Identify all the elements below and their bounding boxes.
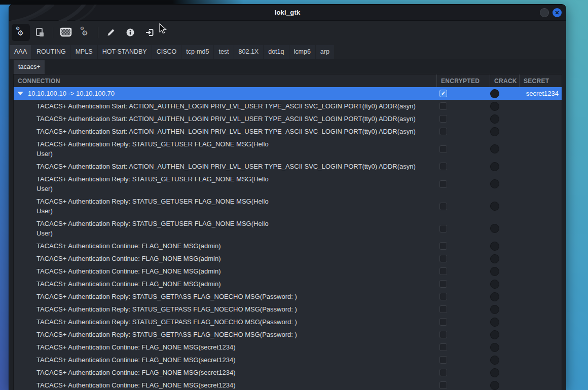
copy-page-button[interactable] (31, 24, 49, 41)
encrypted-checkbox[interactable] (439, 267, 447, 275)
crack-toggle[interactable] (490, 202, 499, 211)
tab-dot1q[interactable]: dot1q (264, 45, 288, 59)
encrypted-checkbox[interactable] (439, 255, 447, 262)
crack-toggle[interactable] (490, 356, 499, 365)
encrypted-checkbox[interactable] (439, 331, 447, 338)
table-row[interactable]: TACACS+ Authentication Continue: FLAG_NO… (14, 252, 562, 265)
table-row[interactable]: TACACS+ Authentication Continue: FLAG_NO… (14, 240, 562, 252)
tab-bar: AAAROUTINGMPLSHOT-STANDBYCISCOtcp-md5tes… (9, 44, 566, 59)
table-row[interactable]: TACACS+ Authentication Reply: STATUS_GET… (14, 138, 562, 160)
settings-gears-button[interactable]: ⚙⚙ (76, 24, 94, 41)
table-row[interactable]: TACACS+ Authentication Reply: STATUS_GET… (14, 290, 562, 303)
tab-routing[interactable]: ROUTING (32, 45, 70, 59)
capture-display-button[interactable] (57, 24, 75, 41)
encrypted-checkbox[interactable] (439, 318, 447, 326)
crack-toggle[interactable] (490, 381, 499, 390)
encrypted-checkbox[interactable] (439, 369, 447, 376)
encrypted-checkbox[interactable] (439, 203, 447, 210)
encrypted-checkbox[interactable] (439, 115, 447, 123)
encrypted-checkbox[interactable] (439, 356, 447, 364)
crack-toggle[interactable] (490, 179, 499, 188)
encrypted-checkbox[interactable] (439, 102, 447, 110)
tacacs-table: CONNECTION ENCRYPTED CRACK SECRET 10.10.… (13, 74, 562, 390)
run-gears-button[interactable]: ⚙⚙ (12, 24, 30, 41)
table-row[interactable]: TACACS+ Authentication Reply: STATUS_GET… (14, 195, 562, 217)
table-row[interactable]: TACACS+ Authentication Continue: FLAG_NO… (14, 354, 562, 366)
crack-toggle[interactable] (490, 305, 499, 314)
tab-802-1x[interactable]: 802.1X (234, 45, 264, 59)
encrypted-checkbox[interactable] (439, 381, 447, 389)
header-encrypted[interactable]: ENCRYPTED (436, 74, 490, 87)
message-text: TACACS+ Authentication Continue: FLAG_NO… (14, 341, 436, 354)
encrypted-checkbox[interactable] (439, 280, 447, 288)
subtab-tacacs-[interactable]: tacacs+ (14, 60, 45, 74)
encrypted-checkbox[interactable] (439, 128, 447, 135)
message-text: TACACS+ Authentication Reply: STATUS_GET… (14, 138, 436, 160)
titlebar[interactable]: loki_gtk ✕ (9, 5, 566, 21)
encrypted-checkbox[interactable] (439, 305, 447, 313)
crack-toggle[interactable] (490, 114, 499, 124)
table-row[interactable]: TACACS+ Authentication Start: ACTION_AUT… (14, 112, 562, 125)
crack-toggle[interactable] (490, 224, 499, 233)
expander-icon[interactable] (17, 92, 23, 95)
capture-display-icon (60, 27, 72, 38)
table-row[interactable]: TACACS+ Authentication Continue: FLAG_NO… (14, 278, 562, 290)
header-crack[interactable]: CRACK (490, 74, 519, 87)
table-row[interactable]: TACACS+ Authentication Start: ACTION_AUT… (14, 160, 562, 173)
crack-toggle[interactable] (490, 254, 499, 263)
connection-row[interactable]: 10.10.100.10 -> 10.10.100.70 ✓ secret123… (14, 87, 562, 100)
edit-button[interactable] (102, 24, 120, 41)
crack-toggle[interactable] (490, 144, 499, 153)
table-row[interactable]: TACACS+ Authentication Reply: STATUS_GET… (14, 303, 562, 316)
edit-pencil-icon (106, 27, 116, 37)
crack-toggle[interactable] (490, 102, 499, 111)
tab-arp[interactable]: arp (316, 45, 334, 59)
crack-toggle[interactable] (490, 318, 499, 327)
header-connection[interactable]: CONNECTION (14, 74, 436, 87)
message-text: TACACS+ Authentication Reply: STATUS_GET… (14, 217, 436, 240)
header-secret[interactable]: SECRET (519, 74, 562, 87)
minimize-button[interactable] (540, 8, 549, 17)
tab-icmp6[interactable]: icmp6 (289, 45, 315, 59)
table-row[interactable]: TACACS+ Authentication Continue: FLAG_NO… (14, 341, 562, 354)
crack-toggle[interactable] (490, 368, 499, 377)
quit-button[interactable] (140, 24, 159, 41)
crack-toggle[interactable] (490, 267, 499, 276)
info-button[interactable] (121, 24, 139, 41)
close-button[interactable]: ✕ (553, 8, 562, 17)
crack-toggle[interactable] (490, 127, 499, 136)
encrypted-checkbox[interactable] (439, 293, 447, 300)
crack-toggle[interactable] (490, 162, 499, 171)
message-text: TACACS+ Authentication Reply: STATUS_GET… (14, 173, 436, 195)
table-row[interactable]: TACACS+ Authentication Reply: STATUS_GET… (14, 316, 562, 328)
encrypted-checkbox[interactable] (439, 163, 447, 170)
encrypted-checkbox[interactable] (439, 180, 447, 188)
tab-aaa[interactable]: AAA (10, 45, 31, 59)
encrypted-checkbox[interactable]: ✓ (439, 90, 447, 97)
table-row[interactable]: TACACS+ Authentication Start: ACTION_AUT… (14, 125, 562, 138)
table-row[interactable]: TACACS+ Authentication Reply: STATUS_GET… (14, 173, 562, 195)
crack-toggle[interactable] (490, 343, 499, 352)
crack-toggle[interactable] (490, 242, 499, 251)
table-header-row: CONNECTION ENCRYPTED CRACK SECRET (14, 74, 562, 87)
tab-hot-standby[interactable]: HOT-STANDBY (98, 45, 152, 59)
encrypted-checkbox[interactable] (439, 242, 447, 250)
encrypted-checkbox[interactable] (439, 225, 447, 232)
encrypted-checkbox[interactable] (439, 145, 447, 153)
crack-toggle[interactable] (490, 280, 499, 289)
table-row[interactable]: TACACS+ Authentication Continue: FLAG_NO… (14, 379, 562, 390)
tab-cisco[interactable]: CISCO (152, 45, 181, 59)
message-text: TACACS+ Authentication Continue: FLAG_NO… (14, 240, 436, 252)
crack-toggle[interactable] (490, 292, 499, 301)
tab-tcp-md5[interactable]: tcp-md5 (181, 45, 213, 59)
table-row[interactable]: TACACS+ Authentication Reply: STATUS_GET… (14, 328, 562, 341)
table-row[interactable]: TACACS+ Authentication Continue: FLAG_NO… (14, 265, 562, 278)
crack-toggle[interactable] (490, 330, 499, 339)
crack-toggle[interactable] (490, 89, 499, 98)
table-row[interactable]: TACACS+ Authentication Start: ACTION_AUT… (14, 100, 562, 112)
tab-mpls[interactable]: MPLS (71, 45, 97, 59)
tab-test[interactable]: test (214, 45, 233, 59)
encrypted-checkbox[interactable] (439, 343, 447, 351)
table-row[interactable]: TACACS+ Authentication Continue: FLAG_NO… (14, 366, 562, 379)
table-row[interactable]: TACACS+ Authentication Reply: STATUS_GET… (14, 217, 562, 240)
